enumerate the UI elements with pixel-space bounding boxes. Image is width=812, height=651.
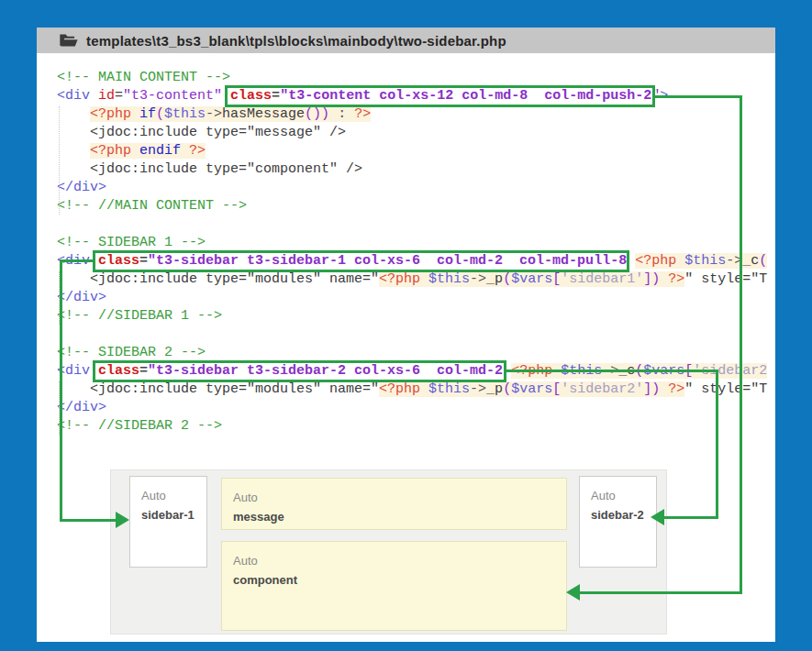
block-name-label: message	[233, 510, 555, 524]
block-name-label: sidebar-2	[591, 508, 645, 522]
code-line	[57, 215, 775, 234]
code-line: </div>	[57, 399, 775, 417]
arrow-sidebar2-segment	[664, 516, 718, 519]
block-position-label: Auto	[141, 489, 195, 502]
arrow-sidebar2-head	[651, 509, 664, 525]
titlebar: templates\t3_bs3_blank\tpls\blocks\mainb…	[37, 28, 775, 53]
screenshot-root: { "titlebar": { "path": "templates\\t3_b…	[0, 0, 812, 651]
layout-diagram: Auto sidebar-1 Auto message Auto compone…	[110, 469, 667, 634]
block-name-label: component	[233, 573, 555, 587]
code-line: <!-- MAIN CONTENT -->	[57, 69, 775, 87]
arrow-sidebar2-segment	[504, 370, 718, 372]
arrow-content-to-component-head	[566, 584, 580, 601]
arrow-sidebar1-segment	[60, 259, 95, 262]
folder-open-icon	[59, 33, 78, 48]
arrow-content-to-component-segment	[579, 591, 742, 594]
diagram-block-sidebar-1: Auto sidebar-1	[129, 476, 207, 568]
arrow-sidebar1-segment	[60, 519, 117, 522]
code-line: <!-- SIDEBAR 1 -->	[57, 234, 775, 252]
block-name-label: sidebar-1	[141, 508, 195, 522]
file-path: templates\t3_bs3_blank\tpls\blocks\mainb…	[86, 33, 506, 49]
arrow-sidebar2-segment	[716, 370, 718, 519]
block-position-label: Auto	[233, 491, 555, 504]
highlight-box-sidebar1-class	[93, 250, 629, 272]
diagram-block-sidebar-2: Auto sidebar-2	[579, 476, 657, 568]
code-line: <jdoc:include type="modules" name="<?php…	[57, 270, 775, 289]
code-line: <jdoc:include type="modules" name="<?php…	[57, 381, 775, 399]
code-line: <jdoc:include type="component" />	[57, 160, 775, 179]
arrow-sidebar1-head	[116, 512, 129, 528]
code-line: </div>	[57, 289, 775, 307]
code-line: <?php endif ?>	[57, 142, 775, 160]
code-line: </div>	[57, 179, 775, 197]
block-position-label: Auto	[591, 489, 645, 502]
arrow-sidebar1-segment	[60, 259, 62, 522]
code-line: <!-- //SIDEBAR 2 -->	[57, 417, 775, 436]
highlight-box-content-class	[225, 85, 655, 107]
code-viewer-panel: templates\t3_bs3_blank\tpls\blocks\mainb…	[37, 28, 775, 642]
diagram-block-component: Auto component	[221, 541, 567, 631]
indent-guide	[59, 106, 60, 215]
code-line: <jdoc:include type="message" />	[57, 124, 775, 142]
block-position-label: Auto	[233, 554, 555, 568]
arrow-content-to-component-segment	[740, 95, 742, 594]
code-line: <!-- //SIDEBAR 1 -->	[57, 307, 775, 326]
arrow-content-to-component-segment	[652, 95, 742, 98]
code-line: <!-- SIDEBAR 2 -->	[57, 344, 775, 362]
diagram-block-message: Auto message	[221, 478, 567, 530]
code-line	[57, 326, 775, 344]
code-line: <!-- //MAIN CONTENT -->	[57, 197, 775, 215]
highlight-box-sidebar2-class	[93, 360, 506, 382]
code-line: <?php if($this->hasMessage()) : ?>	[57, 105, 775, 124]
